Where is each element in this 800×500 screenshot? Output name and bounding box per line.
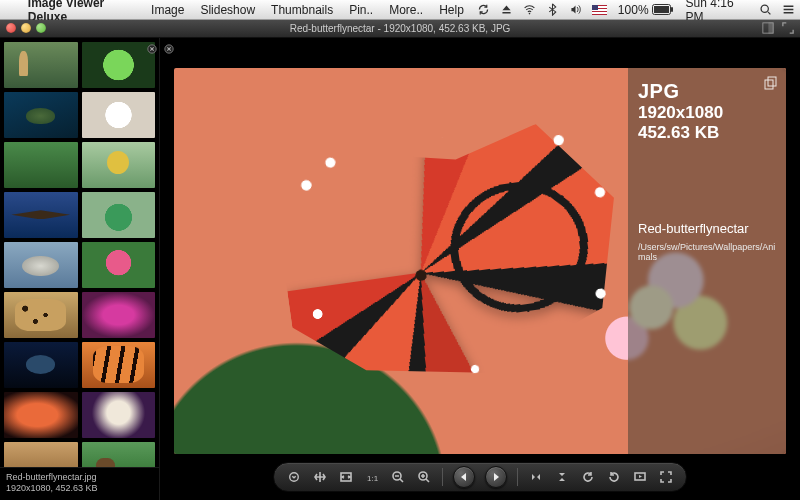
toggle-info-panel-icon[interactable] <box>762 22 774 36</box>
svg-rect-2 <box>654 6 669 13</box>
mac-menubar: Image Viewer Deluxe Image Slideshow Thum… <box>0 0 800 20</box>
thumbnail-owl-purple[interactable] <box>82 392 156 438</box>
prev-image-button[interactable] <box>453 466 475 488</box>
volume-icon[interactable] <box>564 3 587 16</box>
thumbnail-sea-turtle[interactable] <box>4 92 78 138</box>
rotate-cw-button[interactable] <box>606 469 622 485</box>
window-minimize-button[interactable] <box>21 23 31 33</box>
menu-help[interactable]: Help <box>431 3 472 17</box>
window-close-button[interactable] <box>6 23 16 33</box>
copy-info-icon[interactable] <box>764 76 778 94</box>
app-window: Red-butterflynectar - 1920x1080, 452.63 … <box>0 20 800 500</box>
svg-rect-6 <box>769 23 773 33</box>
pan-tool-button[interactable] <box>312 469 328 485</box>
zoom-in-button[interactable] <box>416 469 432 485</box>
battery-status[interactable]: 100% <box>612 3 680 17</box>
main-image[interactable]: JPG 1920x1080 452.63 KB Red-butterflynec… <box>174 68 786 454</box>
thumbnail-horses-field[interactable] <box>4 142 78 188</box>
menu-image[interactable]: Image <box>143 3 192 17</box>
zoom-out-button[interactable] <box>390 469 406 485</box>
thumbnail-scroll-area[interactable] <box>0 38 159 467</box>
eject-icon[interactable] <box>495 3 518 16</box>
sidebar-close-button[interactable] <box>147 40 157 58</box>
wifi-icon[interactable] <box>518 3 541 16</box>
slideshow-button[interactable] <box>632 469 648 485</box>
input-flag-icon[interactable] <box>587 5 612 15</box>
battery-percent-label: 100% <box>618 3 649 17</box>
bluetooth-icon[interactable] <box>541 3 564 16</box>
viewer-close-button[interactable] <box>164 40 174 58</box>
menu-pin[interactable]: Pin.. <box>341 3 381 17</box>
svg-point-0 <box>529 13 531 15</box>
menu-slideshow[interactable]: Slideshow <box>192 3 263 17</box>
next-image-button[interactable] <box>485 466 507 488</box>
thumbnail-green-frog[interactable] <box>82 42 156 88</box>
sidebar-footer-meta: 1920x1080, 452.63 KB <box>6 483 153 494</box>
thumbnail-flamingo[interactable] <box>82 242 156 288</box>
thumbnail-sidebar: Red-butterflynectar.jpg 1920x1080, 452.6… <box>0 38 160 500</box>
svg-point-4 <box>761 5 768 12</box>
rotate-ccw-button[interactable] <box>580 469 596 485</box>
thumbnail-red-animal[interactable] <box>4 392 78 438</box>
info-format: JPG <box>638 80 776 103</box>
sync-icon[interactable] <box>472 3 495 16</box>
info-overlay-panel: JPG 1920x1080 452.63 KB Red-butterflynec… <box>628 68 786 454</box>
sidebar-footer: Red-butterflynectar.jpg 1920x1080, 452.6… <box>0 467 159 501</box>
menu-thumbnails[interactable]: Thumbnails <box>263 3 341 17</box>
thumbnail-pink-creature[interactable] <box>82 292 156 338</box>
thumbnail-yellow-bird[interactable] <box>82 142 156 188</box>
thumbnail-white-owl[interactable] <box>82 92 156 138</box>
info-dimensions: 1920x1080 <box>638 103 776 123</box>
svg-text:1:1: 1:1 <box>367 474 379 483</box>
sidebar-footer-filename: Red-butterflynectar.jpg <box>6 472 153 483</box>
thumbnail-giraffes[interactable] <box>4 42 78 88</box>
window-title: Red-butterflynectar - 1920x1080, 452.63 … <box>290 23 511 34</box>
svg-rect-3 <box>671 7 673 12</box>
svg-rect-9 <box>768 77 776 86</box>
window-zoom-button[interactable] <box>36 23 46 33</box>
toolbar-separator <box>517 468 518 486</box>
viewer-toolbar: 1:1 <box>273 462 687 492</box>
flip-horizontal-button[interactable] <box>528 469 544 485</box>
info-filename: Red-butterflynectar <box>638 221 776 236</box>
notification-center-icon[interactable] <box>777 3 800 16</box>
toolbar-separator <box>442 468 443 486</box>
thumbnail-lion-cubs[interactable] <box>4 442 78 467</box>
fullscreen-button[interactable] <box>658 469 674 485</box>
flip-vertical-button[interactable] <box>554 469 570 485</box>
thumbnail-green-parrot[interactable] <box>82 192 156 238</box>
info-filesize: 452.63 KB <box>638 123 776 143</box>
svg-rect-10 <box>765 80 773 89</box>
window-titlebar[interactable]: Red-butterflynectar - 1920x1080, 452.63 … <box>0 20 800 38</box>
thumbnail-dark-sea[interactable] <box>4 342 78 388</box>
thumbnail-leopard[interactable] <box>4 292 78 338</box>
fit-window-button[interactable] <box>338 469 354 485</box>
thumbnail-tiger[interactable] <box>82 342 156 388</box>
image-canvas[interactable]: JPG 1920x1080 452.63 KB Red-butterflynec… <box>174 68 786 454</box>
menu-more[interactable]: More.. <box>381 3 431 17</box>
fullscreen-corner-icon[interactable] <box>782 22 794 36</box>
thumbnail-snow-leopard[interactable] <box>4 242 78 288</box>
image-viewer-pane: JPG 1920x1080 452.63 KB Red-butterflynec… <box>160 38 800 500</box>
thumbnail-boars-field[interactable] <box>82 442 156 467</box>
thumbnail-eagle-sky[interactable] <box>4 192 78 238</box>
actual-size-button[interactable]: 1:1 <box>364 469 380 485</box>
toolbar-menu-button[interactable] <box>286 469 302 485</box>
spotlight-icon[interactable] <box>754 3 777 16</box>
info-filepath: /Users/sw/Pictures/Wallpapers/Animals <box>638 242 776 262</box>
